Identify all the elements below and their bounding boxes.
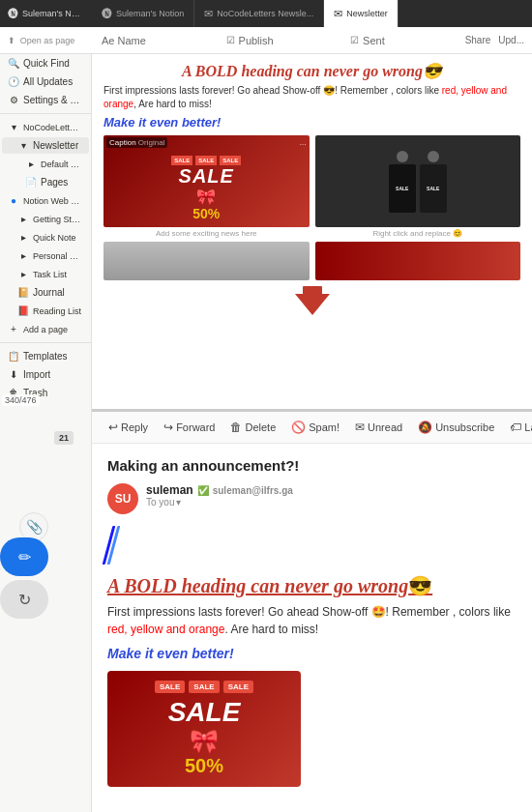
img-caption-bar: Caption Original ...: [106, 137, 307, 148]
share-btn[interactable]: Share: [465, 35, 491, 45]
sidebar-item-reading-list[interactable]: 📕 Reading List: [2, 303, 89, 319]
sidebar-import[interactable]: ⬇ Import: [2, 366, 89, 383]
mannequin-label-1: SALE: [396, 186, 408, 191]
unsubscribe-label: Unsubscribe: [435, 421, 494, 433]
unread-btn[interactable]: ✉ Unread: [348, 418, 409, 437]
email-body-suffix: ! Remember , colors like: [386, 605, 511, 619]
sidebar-item-newsletter[interactable]: ▾ NoCodeLetters New...: [2, 119, 89, 135]
tabs-area: 🅝 Suleman's Notion ✉ NoCodeLetters Newsl…: [92, 0, 532, 27]
sidebar-quick-find[interactable]: 🔍 Quick Find: [2, 55, 89, 72]
workspace-icon: 🅝: [8, 8, 18, 19]
sale-pct: 50%: [192, 206, 220, 221]
pages-icon: 📄: [25, 177, 37, 188]
mannequin-label-2: SALE: [427, 186, 439, 191]
mannequin-box: SALE SALE: [315, 135, 521, 227]
spam-icon: 🚫: [291, 420, 306, 434]
avatar-initials: SU: [115, 492, 132, 506]
reading-list-icon: 📕: [17, 305, 29, 316]
open-as-page-btn[interactable]: ⬆ Open as page: [0, 35, 92, 45]
open-as-page-label: Open as page: [18, 36, 75, 45]
sidebar-item-quick-note[interactable]: ▸ Quick Note: [2, 229, 89, 246]
tab-notion-label: Suleman's Notion: [116, 9, 184, 18]
reply-btn[interactable]: ↩ Reply: [102, 418, 155, 437]
spam-btn[interactable]: 🚫 Spam!: [284, 418, 346, 437]
tab-newsletter2[interactable]: ✉ Newsletter: [324, 0, 399, 27]
sidebar-add-page[interactable]: + Add a page: [2, 321, 89, 337]
newsletter-page-icon: ▾: [17, 140, 29, 151]
quick-note-label: Quick Note: [33, 233, 76, 243]
email-subheading: Make it even better!: [107, 646, 517, 661]
mannequin-2: SALE: [420, 151, 447, 213]
preview-section: A BOLD heading can never go wrong😎 First…: [92, 54, 532, 412]
sidebar-divider-2: [0, 342, 91, 343]
tab-newsletter2-label: Newsletter: [346, 9, 388, 18]
sidebar-item-default-view[interactable]: ▸ Default view: [2, 156, 89, 172]
sidebar-item-getting-started[interactable]: ▸ Getting Started: [2, 211, 89, 227]
delete-icon: 🗑: [230, 420, 242, 434]
forward-btn[interactable]: ↪ Forward: [157, 418, 222, 437]
email-logo: [107, 526, 517, 565]
sidebar-item-web[interactable]: ● Notion Web Designe...: [2, 192, 89, 209]
sidebar-settings[interactable]: ⚙ Settings & Members: [2, 92, 89, 108]
updates-icon: 🕐: [8, 76, 19, 87]
journal-label: Journal: [33, 287, 65, 298]
task-list-label: Task List: [33, 270, 67, 279]
update-btn[interactable]: Upd...: [498, 35, 524, 45]
top-bar: 🅝 Suleman's Notion 🅝 Suleman's Notion ✉ …: [0, 0, 532, 27]
quick-note-icon: ▸: [17, 232, 29, 243]
settings-icon: ⚙: [8, 95, 19, 105]
newsletter-expand-icon: ▾: [8, 122, 19, 132]
newsletter-label: NoCodeLetters New...: [23, 123, 83, 132]
add-page-label: Add a page: [23, 325, 68, 334]
img-left-caption: Add some exciting news here: [103, 229, 310, 238]
img-options-btn[interactable]: ...: [300, 138, 307, 147]
sale-tag-1: SALE: [171, 156, 192, 165]
email-tag-3: SALE: [223, 681, 253, 693]
personal-home-label: Personal Home: [33, 251, 83, 261]
quick-find-label: Quick Find: [23, 58, 70, 69]
ae-name-label: Ae Name: [102, 35, 146, 46]
unsubscribe-icon: 🔕: [418, 420, 432, 434]
email-content: Making an announcement?! SU suleman ✅ su…: [92, 444, 532, 812]
attachment-icon: 📎: [26, 519, 43, 535]
unsubscribe-btn[interactable]: 🔕 Unsubscribe: [411, 418, 501, 437]
arrow-section: [92, 288, 532, 321]
email-subject: Making an announcement?!: [107, 457, 517, 474]
mannequin-figures: SALE SALE: [389, 151, 447, 213]
settings-label: Settings & Members: [23, 95, 83, 105]
sidebar-templates[interactable]: 📋 Templates: [2, 348, 89, 364]
publish-check-icon: ☑: [226, 35, 235, 45]
sender-to-text: To you: [146, 497, 174, 508]
sidebar-item-newsletter-page[interactable]: ▾ Newsletter: [2, 137, 89, 154]
sidebar-item-task-list[interactable]: ▸ Task List: [2, 266, 89, 282]
refresh-btn[interactable]: ↻: [0, 580, 48, 619]
label-btn[interactable]: 🏷 Label ▾: [503, 418, 532, 437]
preview-heading: A BOLD heading can never go wrong😎: [103, 62, 520, 80]
caption-label: Caption Original: [106, 137, 167, 148]
sender-to-expand[interactable]: ▾: [176, 497, 181, 508]
web-label: Notion Web Designe...: [23, 196, 83, 206]
compose-btn[interactable]: ✏: [0, 537, 48, 576]
counter-current: 340: [5, 395, 19, 405]
unread-count: 21: [59, 433, 69, 443]
second-bar: ⬆ Open as page Ae Name ☑ Publish ☑ Sent …: [0, 27, 532, 54]
sale-big-text: SALE: [179, 165, 234, 188]
sidebar-item-personal-home[interactable]: ▸ Personal Home: [2, 247, 89, 264]
delete-btn[interactable]: 🗑 Delete: [223, 418, 282, 437]
sidebar-all-updates[interactable]: 🕐 All Updates: [2, 73, 89, 90]
reply-label: Reply: [121, 421, 148, 433]
sidebar-item-pages[interactable]: 📄 Pages: [2, 174, 89, 190]
tab-newsletter1[interactable]: ✉ NoCodeLetters Newsle...: [194, 0, 324, 27]
col-ae-name: Ae Name: [92, 35, 217, 46]
preview-body-1: First impressions lasts forever! Go ahea…: [103, 85, 323, 96]
workspace-label: 🅝 Suleman's Notion: [0, 8, 92, 19]
sender-name-row: suleman ✅ suleman@ilfrs.ga: [146, 483, 517, 497]
email-heading-text: A BOLD heading can never go wrong: [107, 575, 408, 596]
sidebar-item-journal[interactable]: 📔 Journal: [2, 284, 89, 301]
tab-notion-icon: 🅝: [102, 8, 112, 19]
arrow-stem: [303, 286, 322, 300]
email-sale-big-text: SALE: [168, 697, 241, 728]
sender-details: suleman ✅ suleman@ilfrs.ga To you ▾: [146, 483, 517, 508]
unread-label: Unread: [368, 421, 402, 433]
tab-notion[interactable]: 🅝 Suleman's Notion: [92, 0, 194, 27]
